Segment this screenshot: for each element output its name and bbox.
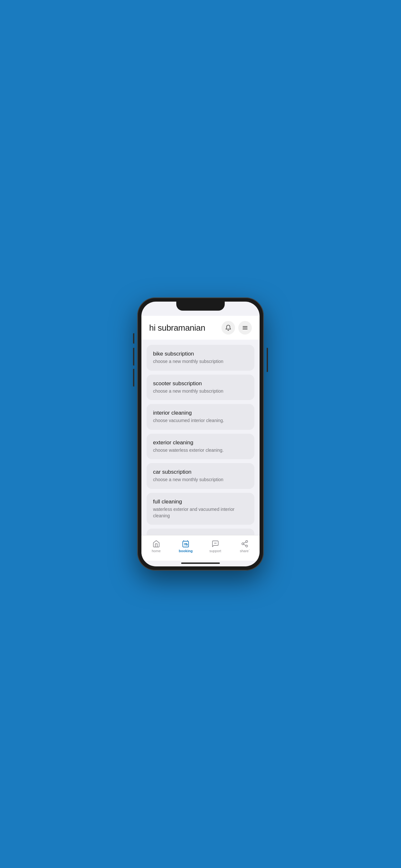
phone-wrapper: hi subramanian <box>137 298 264 570</box>
support-icon <box>212 540 219 548</box>
phone-screen: hi subramanian <box>142 302 259 566</box>
service-title-interior-cleaning: interior cleaning <box>153 410 248 416</box>
service-desc-car-subscription: choose a new monthly subscription <box>153 476 248 483</box>
header: hi subramanian <box>142 316 259 340</box>
bell-button[interactable] <box>221 321 235 335</box>
volume-down-button <box>133 369 134 386</box>
hamburger-icon <box>242 324 248 331</box>
header-icons <box>221 321 252 335</box>
nav-share-label: share` <box>240 549 250 553</box>
svg-line-8 <box>244 545 246 546</box>
nav-share[interactable]: share` <box>230 538 260 554</box>
home-icon <box>152 540 160 548</box>
service-card-scooter-subscription[interactable]: scooter subscriptionchoose a new monthly… <box>147 375 254 400</box>
service-card-on-demand[interactable]: on demandwaterless exterior and vacuumed… <box>147 529 254 535</box>
booking-icon <box>182 540 189 548</box>
service-list: bike subscriptionchoose a new monthly su… <box>142 340 259 535</box>
service-desc-bike-subscription: choose a new monthly subscription <box>153 359 248 365</box>
service-desc-scooter-subscription: choose a new monthly subscription <box>153 388 248 395</box>
service-title-bike-subscription: bike subscription <box>153 351 248 357</box>
greeting-text: hi subramanian <box>149 323 205 333</box>
nav-home-label: home <box>152 549 161 553</box>
bottom-nav: home booking <box>142 535 259 561</box>
service-title-full-cleaning: full cleaning <box>153 499 248 505</box>
service-desc-interior-cleaning: choose vacuumed interior cleaning. <box>153 417 248 424</box>
nav-booking-label: booking <box>179 549 193 553</box>
nav-support[interactable]: support <box>201 538 230 554</box>
volume-up-button <box>133 348 134 366</box>
service-title-car-subscription: car subscription <box>153 469 248 475</box>
menu-button[interactable] <box>238 321 252 335</box>
svg-line-9 <box>244 542 246 544</box>
nav-support-label: support <box>209 549 221 553</box>
service-card-full-cleaning[interactable]: full cleaningwaterless exterior and vacu… <box>147 493 254 525</box>
notch <box>176 302 225 311</box>
nav-booking[interactable]: booking <box>171 538 201 554</box>
service-card-exterior-cleaning[interactable]: exterior cleaningchoose waterless exteri… <box>147 434 254 460</box>
nav-home[interactable]: home <box>142 538 171 554</box>
app-content: hi subramanian <box>142 302 259 566</box>
service-card-interior-cleaning[interactable]: interior cleaningchoose vacuumed interio… <box>147 404 254 430</box>
service-desc-exterior-cleaning: choose waterless exterior cleaning. <box>153 447 248 454</box>
home-indicator <box>181 562 220 564</box>
power-button <box>267 348 268 372</box>
share-icon <box>241 540 249 548</box>
svg-rect-3 <box>183 541 189 547</box>
service-card-bike-subscription[interactable]: bike subscriptionchoose a new monthly su… <box>147 345 254 371</box>
service-desc-full-cleaning: waterless exterior and vacuumed interior… <box>153 506 248 519</box>
volume-silent-button <box>133 333 134 344</box>
bell-icon <box>225 324 232 331</box>
service-card-car-subscription[interactable]: car subscriptionchoose a new monthly sub… <box>147 463 254 489</box>
phone-frame: hi subramanian <box>137 298 264 570</box>
service-title-exterior-cleaning: exterior cleaning <box>153 439 248 446</box>
service-title-scooter-subscription: scooter subscription <box>153 380 248 387</box>
